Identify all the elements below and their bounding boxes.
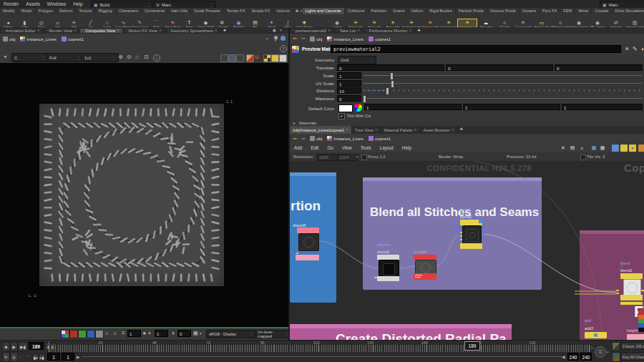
node-remap6-botbar[interactable]	[414, 273, 436, 280]
close-icon[interactable]: ✕	[452, 128, 454, 132]
network-tab[interactable]: Asset Browser✕	[421, 126, 458, 134]
nav-back-icon[interactable]: ⬅	[293, 136, 297, 142]
global-start-field[interactable]: 1	[47, 353, 60, 361]
lut-menu-icon[interactable]: ▾	[200, 330, 202, 337]
shelf-tab[interactable]: Crowds	[592, 8, 612, 14]
checker-background-icon[interactable]	[263, 54, 271, 62]
layout-dropdown[interactable]: 1x1⋮	[82, 53, 119, 62]
resolution-w-field[interactable]: 1024	[317, 154, 338, 161]
node-flag-dot[interactable]	[298, 220, 299, 222]
node-port[interactable]	[460, 239, 462, 240]
resolution-h-field[interactable]: 1024	[337, 154, 358, 161]
shelf-tab[interactable]: Rigid Bodies	[426, 8, 455, 14]
menu-windows[interactable]: Windows	[44, 0, 69, 8]
current-frame-field[interactable]: 189	[29, 342, 44, 350]
proxy-checkbox[interactable]	[361, 155, 367, 160]
netbox-header[interactable]	[363, 177, 542, 181]
shelf-tab[interactable]: Wires	[575, 8, 592, 14]
quad-view-icon[interactable]	[279, 54, 287, 62]
tile-grid-icon[interactable]	[271, 54, 279, 62]
shade-icon[interactable]: ◑	[640, 46, 644, 52]
snapshot-icon[interactable]	[612, 145, 619, 152]
node-distort8[interactable]	[298, 233, 319, 251]
close-icon[interactable]: ✕	[409, 29, 412, 32]
node-mono3-label[interactable]: mono3	[377, 250, 389, 254]
shelf-tab[interactable]: Texture	[76, 8, 95, 14]
red-channel-button[interactable]	[69, 330, 78, 338]
add-shelf-tab-button[interactable]: +	[293, 8, 301, 14]
close-icon[interactable]: ✕	[37, 29, 40, 32]
zoom-out-icon[interactable]: ⊖	[127, 53, 132, 61]
color-wheel-icon[interactable]	[354, 104, 362, 112]
close-icon[interactable]: ✕	[215, 29, 218, 32]
divisions-slider-handle[interactable]	[386, 87, 389, 95]
channel-dropdown[interactable]: C⋮	[11, 53, 49, 62]
node-add2-label[interactable]: add2	[585, 326, 593, 331]
info-icon[interactable]: i	[153, 54, 160, 62]
exposure-field[interactable]: 1	[127, 330, 141, 337]
timeline-ruler[interactable]	[49, 345, 591, 352]
netbox-header[interactable]	[290, 324, 512, 328]
blue-channel-button[interactable]	[87, 330, 95, 338]
colorspace-dropdown[interactable]: sRGB - Display⋮	[206, 330, 256, 338]
shelf-tab[interactable]: Viscous Fluids	[487, 8, 519, 14]
node-port[interactable]	[616, 293, 619, 294]
play-button[interactable]: ▶	[10, 342, 18, 351]
zoom-in-icon[interactable]: ⊕	[118, 53, 123, 61]
node-blend1-label[interactable]: blend1	[620, 268, 633, 273]
shelf-tab[interactable]: Characters	[116, 8, 142, 14]
node-port[interactable]	[460, 232, 462, 233]
materials-section-label[interactable]: Materials	[299, 121, 316, 125]
breadcrumb-copnet1[interactable]: copnet1	[62, 36, 84, 41]
network-tab[interactable]: Tree View✕	[352, 126, 381, 134]
shelf-tab[interactable]: Simple FX	[248, 8, 273, 14]
brush-icon[interactable]: ✎	[633, 46, 638, 52]
shelf-tab[interactable]: Deform	[57, 8, 76, 14]
node-flag-dot[interactable]	[416, 247, 417, 248]
breadcrumb-instance_lines[interactable]: Instance_Lines	[327, 36, 364, 41]
network-menu-edit[interactable]: Edit	[306, 143, 323, 152]
node-add2[interactable]	[585, 332, 607, 338]
uvscale-slider-handle[interactable]	[391, 80, 394, 88]
node-blend2-topbar[interactable]	[460, 220, 482, 225]
pane-tab-animation-editor[interactable]: ▪Animation Editor✕	[0, 29, 44, 33]
pane-tab-composite-view[interactable]: ▪Composite View✕	[80, 29, 123, 33]
range-slider-start-handle[interactable]: ▶	[77, 354, 80, 359]
geometry-dropdown[interactable]: Grid⋮	[338, 56, 376, 64]
lut-icon[interactable]: ▦	[193, 330, 198, 337]
pane-tab-take-list[interactable]: ▪Take List✕	[334, 29, 364, 33]
node-blend1-topbar[interactable]	[620, 273, 643, 279]
close-icon[interactable]: ✕	[159, 29, 162, 32]
breadcrumb-obj[interactable]: obj	[310, 136, 322, 141]
add-pane-tab-button[interactable]: +	[458, 126, 465, 134]
netbox-header[interactable]	[290, 172, 336, 176]
fps-icon[interactable]: ∴	[19, 354, 21, 358]
pin-icon[interactable]	[274, 36, 278, 39]
gamma-icon[interactable]: ◑	[171, 330, 175, 337]
composite-viewport[interactable]: 1, 1 -1, -1	[0, 63, 288, 327]
node-remap6-topbar[interactable]	[414, 255, 436, 260]
shelf-tab[interactable]: Oceans	[519, 8, 540, 14]
pane-tab-performance-monitor[interactable]: ▪Performance Monitor✕	[364, 29, 415, 33]
resolution-menu-icon[interactable]: ▾	[356, 152, 358, 161]
node-port[interactable]	[296, 250, 298, 252]
translate-z-field[interactable]: 0	[555, 64, 643, 71]
nav-back-icon[interactable]: ⬅	[293, 36, 297, 41]
shelf-tab[interactable]: Rigging	[96, 8, 116, 14]
node-blend2-botbar[interactable]	[460, 243, 482, 249]
pane-tab-render-view[interactable]: ▪Render View✕	[44, 29, 80, 33]
node-blend2-label[interactable]: blend2	[460, 215, 472, 219]
divisions-field[interactable]: 10	[337, 87, 361, 94]
scale-slider-handle[interactable]	[390, 72, 394, 80]
translate-y-field[interactable]: 0	[446, 64, 553, 71]
close-icon[interactable]: ✕	[346, 128, 348, 132]
tint-checkbox[interactable]: ✓	[338, 113, 345, 119]
playhead[interactable]: 189	[464, 341, 480, 351]
breadcrumb-instance_lines[interactable]: Instance_Lines	[20, 36, 57, 41]
node-distort8-topbar[interactable]	[297, 228, 319, 233]
node-flag-dot[interactable]	[462, 212, 463, 213]
node-port[interactable]	[616, 290, 619, 291]
scale-slider[interactable]	[364, 75, 643, 76]
display-mode-button[interactable]	[220, 54, 228, 62]
loop-mode-icon[interactable]: ↻	[2, 352, 10, 362]
